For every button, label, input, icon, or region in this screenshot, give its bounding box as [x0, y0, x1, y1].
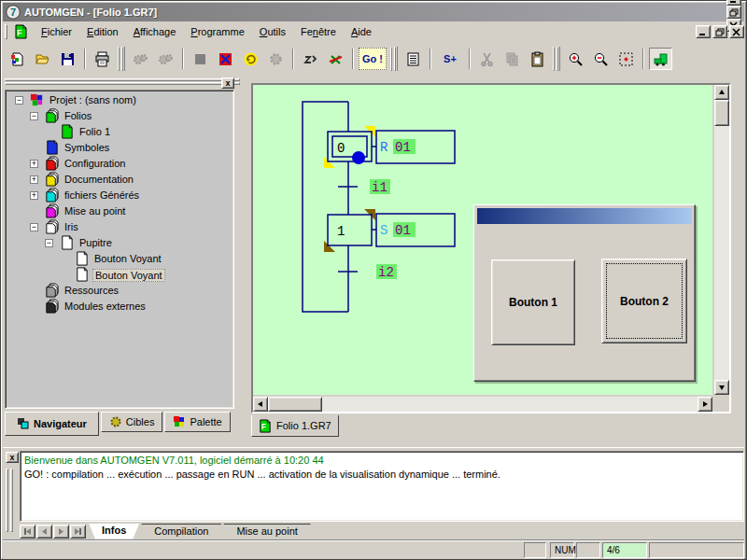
tab-cibles[interactable]: Cibles	[101, 412, 163, 432]
tree-item-label[interactable]: Folio 1	[78, 126, 112, 137]
mdi-restore-button[interactable]	[712, 25, 727, 38]
bouton-2-button[interactable]: Bouton 2	[601, 259, 687, 343]
new-project-button[interactable]	[6, 48, 29, 70]
tree-item-bouton-voyant[interactable]: Bouton Voyant	[6, 251, 233, 267]
copy-button[interactable]	[500, 48, 524, 70]
tree-item-label[interactable]: Bouton Voyant	[92, 269, 165, 282]
toolbar-group-gripper[interactable]	[390, 47, 398, 71]
go-button[interactable]: Go !	[359, 48, 387, 70]
menu-outils[interactable]: Outils	[252, 24, 293, 39]
tree-item-label[interactable]: Projet : (sans nom)	[48, 94, 138, 105]
scroll-down-button[interactable]	[714, 380, 729, 395]
tree-item-configuration[interactable]: +Configuration	[6, 156, 233, 172]
bouton-1-button[interactable]: Bouton 1	[491, 259, 575, 345]
last-tab-button[interactable]	[70, 525, 86, 539]
log-window-button[interactable]	[402, 48, 425, 70]
zoom-in-button[interactable]	[564, 48, 587, 70]
reset-button[interactable]	[239, 48, 262, 70]
tab-palette[interactable]: Palette	[164, 412, 230, 432]
cut-button[interactable]	[475, 48, 499, 70]
step-mode-button[interactable]	[264, 48, 288, 70]
expand-toggle[interactable]: −	[45, 239, 53, 247]
output-close-button[interactable]: x	[6, 452, 19, 463]
menu-programme[interactable]: Programme	[183, 24, 251, 39]
hscroll-thumb[interactable]	[268, 397, 322, 412]
tab-navigateur[interactable]: Navigateur	[5, 412, 99, 436]
tree-item-label[interactable]: Configuration	[63, 158, 127, 169]
expand-toggle[interactable]: −	[15, 96, 23, 105]
save-project-button[interactable]	[56, 48, 79, 70]
toolbar-group-gripper[interactable]	[553, 47, 560, 71]
tree-item-label[interactable]: Bouton Voyant	[92, 253, 163, 264]
toolbar-group-gripper[interactable]	[118, 47, 125, 71]
pupitre-title-bar[interactable]	[477, 208, 692, 224]
tree-item-iris[interactable]: −Iris	[6, 219, 233, 235]
expand-toggle[interactable]: −	[30, 223, 38, 231]
compile-stop-button[interactable]	[154, 48, 177, 70]
tree-item-bouton-voyant[interactable]: Bouton Voyant	[6, 267, 233, 283]
scroll-right-button[interactable]	[698, 397, 712, 412]
tree-item-mise-au-point[interactable]: Mise au point	[6, 203, 233, 219]
trace-button[interactable]	[299, 48, 322, 70]
navigator-panel-header[interactable]	[5, 77, 240, 89]
tab-mise-au-point[interactable]: Mise au point	[223, 524, 310, 539]
first-tab-button[interactable]	[20, 525, 35, 539]
menu-edition[interactable]: Edition	[79, 24, 126, 39]
folio-document-tab[interactable]: F Folio 1.GR7	[251, 415, 339, 437]
simulation-button[interactable]	[649, 48, 672, 70]
open-project-button[interactable]	[31, 48, 54, 70]
navigator-close-button[interactable]: x	[221, 77, 234, 89]
next-tab-button[interactable]	[53, 525, 69, 539]
step1-box[interactable]	[328, 215, 372, 245]
tree-item-documentation[interactable]: +Documentation	[6, 172, 233, 188]
tree-item-label[interactable]: Documentation	[63, 174, 135, 185]
editor-hscrollbar[interactable]	[253, 397, 712, 412]
zoom-selection-button[interactable]	[614, 48, 638, 70]
tree-item-symboles[interactable]: Symboles	[6, 140, 233, 156]
tree-item-label[interactable]: Symboles	[63, 142, 111, 153]
tab-compilation[interactable]: Compilation	[141, 524, 221, 539]
tree-item-label[interactable]: Modules externes	[63, 301, 148, 312]
paste-button[interactable]	[526, 48, 549, 70]
tree-item-label[interactable]: Pupitre	[78, 237, 114, 248]
expand-toggle[interactable]: −	[30, 112, 38, 120]
pupitre-window[interactable]: Bouton 1 Bouton 2	[473, 204, 696, 382]
expand-toggle[interactable]: +	[30, 175, 38, 184]
expand-toggle[interactable]: +	[30, 191, 38, 200]
halt-button[interactable]	[214, 48, 237, 70]
tree-item-projet-sans-nom-[interactable]: −Projet : (sans nom)	[6, 92, 233, 108]
symbol-add-button[interactable]: S+	[436, 48, 464, 70]
tree-item-label[interactable]: Iris	[63, 221, 80, 232]
zoom-out-button[interactable]	[589, 48, 613, 70]
expand-toggle[interactable]: +	[30, 160, 38, 168]
menu-fentre[interactable]: Fenêtre	[293, 24, 344, 39]
tree-item-label[interactable]: Ressources	[63, 285, 120, 296]
tab-infos[interactable]: Infos	[89, 524, 139, 539]
toolbar-gripper[interactable]	[5, 24, 7, 39]
stop-button[interactable]	[189, 48, 212, 70]
tree-item-pupitre[interactable]: −Pupitre	[6, 235, 233, 251]
tree-item-modules-externes[interactable]: Modules externes	[6, 299, 233, 315]
menu-fichier[interactable]: Fichier	[34, 24, 79, 39]
editor-vscrollbar[interactable]	[714, 85, 729, 395]
menu-affichage[interactable]: Affichage	[126, 24, 184, 39]
tree-item-label[interactable]: fichiers Générés	[63, 189, 141, 201]
tree-item-label[interactable]: Mise au point	[63, 205, 127, 217]
tree-item-ressources[interactable]: Ressources	[6, 283, 233, 299]
tree-item-folios[interactable]: −Folios	[6, 108, 233, 124]
scroll-left-button[interactable]	[253, 397, 268, 412]
print-button[interactable]	[91, 48, 114, 70]
compile-run-button[interactable]	[129, 48, 152, 70]
tree-item-folio-1[interactable]: Folio 1	[6, 124, 233, 140]
mdi-minimize-button[interactable]	[696, 25, 711, 38]
vscroll-thumb[interactable]	[714, 100, 729, 126]
tree-item-label[interactable]: Folios	[63, 110, 93, 121]
prev-tab-button[interactable]	[36, 525, 52, 539]
window-restore-button[interactable]	[726, 6, 741, 19]
mdi-close-button[interactable]	[729, 25, 744, 38]
folio-canvas[interactable]: 0 R 01 i1 1	[253, 85, 712, 395]
tree-item-fichiers-g-n-r-s[interactable]: +fichiers Générés	[6, 188, 233, 203]
menu-aide[interactable]: Aide	[344, 24, 379, 39]
scroll-up-button[interactable]	[714, 85, 729, 100]
no-dynamic-view-button[interactable]	[324, 48, 347, 70]
